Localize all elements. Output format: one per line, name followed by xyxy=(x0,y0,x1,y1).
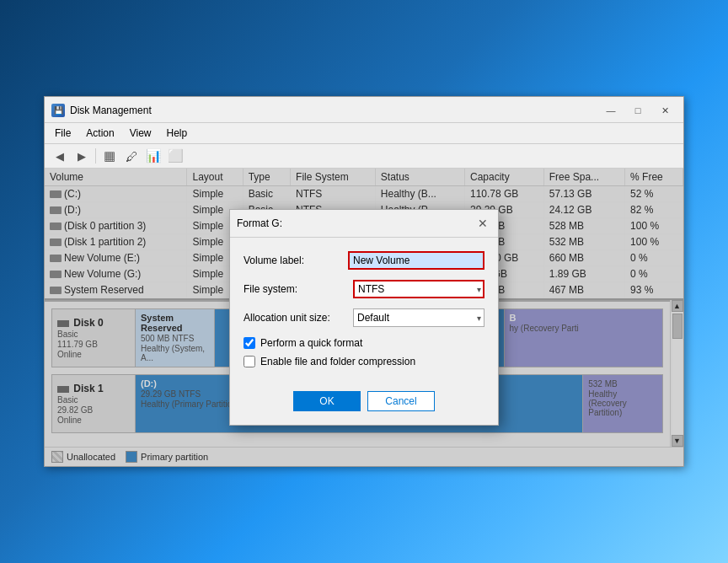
toolbar-separator-1 xyxy=(95,148,96,164)
quick-format-label[interactable]: Perform a quick format xyxy=(260,337,362,349)
modal-title: Format G: xyxy=(237,217,282,229)
alloc-select[interactable]: Default 512 1024 2048 4096 xyxy=(353,308,484,327)
menu-file[interactable]: File xyxy=(48,125,78,142)
file-system-label: File system: xyxy=(244,283,353,295)
compression-row: Enable file and folder compression xyxy=(244,356,484,367)
menu-action[interactable]: Action xyxy=(79,125,120,142)
minimize-button[interactable]: — xyxy=(599,102,623,119)
alloc-label: Allocation unit size: xyxy=(244,312,353,324)
ok-button[interactable]: OK xyxy=(293,391,361,411)
view-button[interactable]: 📊 xyxy=(143,147,163,165)
main-window: 💾 Disk Management — □ ✕ File Action View… xyxy=(44,96,684,467)
app-icon: 💾 xyxy=(51,104,65,117)
file-system-select-wrapper: NTFS FAT32 exFAT ReFS ▾ xyxy=(353,280,484,298)
forward-button[interactable]: ▶ xyxy=(72,147,92,165)
volume-label-row: Volume label: xyxy=(244,251,484,270)
modal-overlay: Format G: ✕ Volume label: File system: N… xyxy=(45,169,683,466)
menu-help[interactable]: Help xyxy=(160,125,195,142)
file-system-select[interactable]: NTFS FAT32 exFAT ReFS xyxy=(353,280,484,298)
edit-button[interactable]: 🖊 xyxy=(121,147,142,165)
modal-body: Volume label: File system: NTFS FAT32 ex… xyxy=(230,238,498,425)
properties-button[interactable]: ▦ xyxy=(99,147,120,165)
title-left: 💾 Disk Management xyxy=(51,104,152,117)
cancel-button[interactable]: Cancel xyxy=(367,391,435,411)
compression-label[interactable]: Enable file and folder compression xyxy=(260,356,415,367)
close-button[interactable]: ✕ xyxy=(653,102,677,119)
modal-buttons: OK Cancel xyxy=(244,381,484,411)
format-modal: Format G: ✕ Volume label: File system: N… xyxy=(229,209,499,426)
format-button[interactable]: ⬜ xyxy=(165,147,185,165)
volume-label-label: Volume label: xyxy=(244,255,348,266)
volume-label-input[interactable] xyxy=(348,251,484,270)
back-button[interactable]: ◀ xyxy=(50,147,70,165)
toolbar: ◀ ▶ ▦ 🖊 📊 ⬜ xyxy=(45,144,683,169)
modal-close-button[interactable]: ✕ xyxy=(474,215,491,232)
title-bar: 💾 Disk Management — □ ✕ xyxy=(45,97,683,123)
menu-view[interactable]: View xyxy=(123,125,158,142)
menu-bar: File Action View Help xyxy=(45,123,683,144)
quick-format-row: Perform a quick format xyxy=(244,337,484,349)
modal-title-bar: Format G: ✕ xyxy=(230,210,498,238)
content-area: Volume Layout Type File System Status Ca… xyxy=(45,169,683,466)
maximize-button[interactable]: □ xyxy=(626,102,650,119)
alloc-select-wrapper: Default 512 1024 2048 4096 ▾ xyxy=(353,308,484,327)
window-controls: — □ ✕ xyxy=(599,102,677,119)
quick-format-checkbox[interactable] xyxy=(244,337,255,349)
window-title: Disk Management xyxy=(70,105,152,116)
compression-checkbox[interactable] xyxy=(244,356,255,367)
alloc-row: Allocation unit size: Default 512 1024 2… xyxy=(244,308,484,327)
file-system-row: File system: NTFS FAT32 exFAT ReFS ▾ xyxy=(244,280,484,298)
